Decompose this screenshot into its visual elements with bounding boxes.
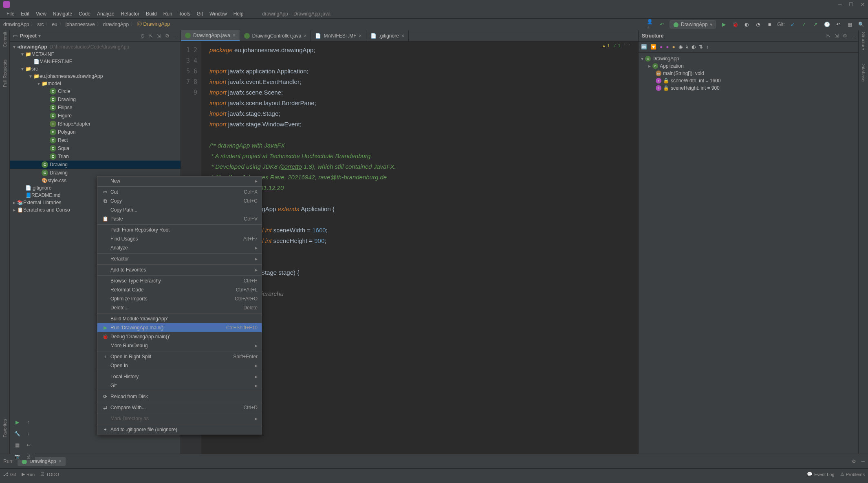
context-menu-item[interactable]: Build Module 'drawingApp' (97, 314, 262, 323)
context-menu-item[interactable]: ⟳Reload from Disk (97, 392, 262, 401)
context-menu-item[interactable]: Add to Favorites▸ (97, 265, 262, 274)
breadcrumb[interactable]: src (37, 22, 44, 27)
search-icon[interactable]: 🔍 (857, 21, 865, 28)
wrench-icon[interactable]: 🔧 (13, 429, 21, 438)
show-nonpublic-icon[interactable]: ● (672, 44, 675, 50)
context-menu-item[interactable]: ✂CutCtrl+X (97, 187, 262, 196)
autoscroll-icon[interactable]: ⇅ (699, 44, 703, 50)
autoscroll-from-icon[interactable]: ↕ (706, 44, 709, 50)
back-icon[interactable]: ↶ (658, 21, 665, 28)
menu-git[interactable]: Git (194, 11, 206, 17)
collapse-icon[interactable]: ⇲ (157, 33, 161, 39)
context-menu-item[interactable]: Copy Path... (97, 205, 262, 214)
menu-edit[interactable]: Edit (18, 11, 33, 17)
breadcrumb[interactable]: drawingApp (3, 22, 29, 27)
menu-build[interactable]: Build (143, 11, 160, 17)
show-fields-icon[interactable]: ● (660, 44, 663, 50)
coverage-icon[interactable]: ◐ (743, 21, 750, 28)
sort-alpha-icon[interactable]: 🔤 (641, 44, 647, 50)
menu-tools[interactable]: Tools (176, 11, 194, 17)
git-push-icon[interactable]: ↗ (812, 21, 819, 28)
commit-toolwindow-button[interactable]: Commit (2, 32, 7, 47)
context-menu-item[interactable]: Find UsagesAlt+F7 (97, 234, 262, 243)
context-menu-item[interactable]: Open In▸ (97, 361, 262, 370)
context-menu-item[interactable]: Browse Type HierarchyCtrl+H (97, 276, 262, 285)
editor-tab[interactable]: 📄.gitignore× (366, 30, 409, 41)
show-lambda-icon[interactable]: ◐ (692, 44, 696, 50)
menu-code[interactable]: Code (75, 11, 94, 17)
context-menu-item[interactable]: Refactor▸ (97, 254, 262, 263)
sort-visibility-icon[interactable]: 🔽 (650, 44, 657, 50)
close-tab-icon[interactable]: × (59, 459, 62, 464)
hide-icon[interactable]: ─ (851, 33, 855, 39)
run-config-dropdown[interactable]: ⬤ DrawingApp ▾ (670, 20, 716, 29)
menu-view[interactable]: View (33, 11, 50, 17)
context-menu-item[interactable]: Optimize ImportsCtrl+Alt+O (97, 294, 262, 303)
context-menu-item[interactable]: +Add to .gitignore file (unignore) (97, 425, 262, 434)
menu-window[interactable]: Window (206, 11, 230, 17)
structure-tree[interactable]: ▾CDrawingApp ▸CApplication mmain(String[… (639, 53, 858, 94)
hide-icon[interactable]: ─ (174, 33, 177, 39)
collapse-icon[interactable]: ⇲ (835, 33, 839, 39)
select-opened-icon[interactable]: ⊙ (141, 33, 145, 39)
context-menu-item[interactable]: Reformat CodeCtrl+Alt+L (97, 285, 262, 294)
todo-toolwindow-button[interactable]: ☑ TODO (40, 472, 59, 477)
breadcrumb[interactable]: eu (52, 22, 57, 27)
print-icon[interactable]: 🖨 (24, 452, 33, 461)
context-menu-item[interactable]: ⧉CopyCtrl+C (97, 196, 262, 205)
git-update-icon[interactable]: ↙ (789, 21, 796, 28)
git-toolwindow-button[interactable]: ⎇ Git (3, 472, 16, 477)
down-icon[interactable]: ↓ (24, 429, 33, 438)
favorites-toolwindow-button[interactable]: Favorites (2, 419, 7, 437)
breadcrumb[interactable]: drawingApp (103, 22, 129, 27)
breadcrumb[interactable]: johannesrave (66, 22, 95, 27)
menu-help[interactable]: Help (230, 11, 247, 17)
problems-button[interactable]: ⚠ Problems (840, 472, 865, 477)
expand-icon[interactable]: ⇱ (826, 33, 831, 39)
run-toolwindow-button[interactable]: ▶ Run (22, 472, 35, 477)
rerun-icon[interactable]: ▶ (13, 418, 21, 427)
editor-tab[interactable]: DrawingApp.java× (181, 30, 240, 41)
settings-icon[interactable]: ⚙ (852, 459, 856, 464)
profile-icon[interactable]: ◔ (754, 21, 762, 28)
context-menu-item[interactable]: ⇄Compare With...Ctrl+D (97, 403, 262, 412)
context-menu-item[interactable]: New▸ (97, 176, 262, 185)
breadcrumb[interactable]: ⓒ DrawingApp (137, 21, 170, 28)
run-icon[interactable]: ▶ (720, 21, 727, 28)
context-menu-item[interactable]: ⫞Open in Right SplitShift+Enter (97, 352, 262, 361)
context-menu-item[interactable]: ▶Run 'DrawingApp.main()'Ctrl+Shift+F10 (97, 323, 262, 332)
close-tab-icon[interactable]: × (401, 33, 404, 39)
context-menu-item[interactable]: 📋PasteCtrl+V (97, 214, 262, 223)
event-log-button[interactable]: 💬 Event Log (807, 472, 835, 477)
menu-navigate[interactable]: Navigate (50, 11, 75, 17)
context-menu-item[interactable]: Path From Repository Root (97, 225, 262, 234)
debug-icon[interactable]: 🐞 (731, 21, 739, 28)
soft-wrap-icon[interactable]: ↩ (24, 441, 33, 450)
code-editor[interactable]: package eu.johannesrave.drawingApp; impo… (201, 42, 638, 454)
expand-icon[interactable]: ⇱ (149, 33, 153, 39)
show-anonymous-icon[interactable]: λ (686, 44, 688, 50)
close-icon[interactable]: ✕ (861, 2, 865, 7)
maximize-icon[interactable]: ☐ (849, 2, 853, 7)
editor-inspection-status[interactable]: ▲ 1 ✓ 1 ˆ ˇ (601, 43, 630, 49)
editor-tab[interactable]: DrawingController.java× (240, 30, 311, 41)
up-icon[interactable]: ↑ (24, 418, 33, 427)
layout-icon[interactable]: ▦ (13, 441, 21, 450)
editor-tab[interactable]: 📄MANIFEST.MF× (311, 30, 366, 41)
context-menu-item[interactable]: Local History▸ (97, 372, 262, 381)
structure-toolwindow-button[interactable]: Structure (861, 32, 866, 50)
chevron-down-icon[interactable]: ▾ (38, 33, 41, 39)
context-menu-item[interactable]: 🐞Debug 'DrawingApp.main()' (97, 332, 262, 341)
context-menu-item[interactable]: Delete...Delete (97, 303, 262, 312)
stop-icon[interactable]: ■ (766, 21, 773, 28)
git-history-icon[interactable]: 🕐 (823, 21, 831, 28)
menu-file[interactable]: File (3, 11, 18, 17)
add-user-icon[interactable]: 👤+ (647, 21, 654, 28)
menu-refactor[interactable]: Refactor (118, 11, 143, 17)
camera-icon[interactable]: 📷 (13, 452, 21, 461)
settings-icon[interactable]: ⚙ (843, 33, 847, 39)
menu-run[interactable]: Run (160, 11, 176, 17)
close-tab-icon[interactable]: × (359, 33, 361, 39)
settings-icon[interactable]: ⚙ (165, 33, 170, 39)
minimize-icon[interactable]: ─ (838, 2, 842, 7)
